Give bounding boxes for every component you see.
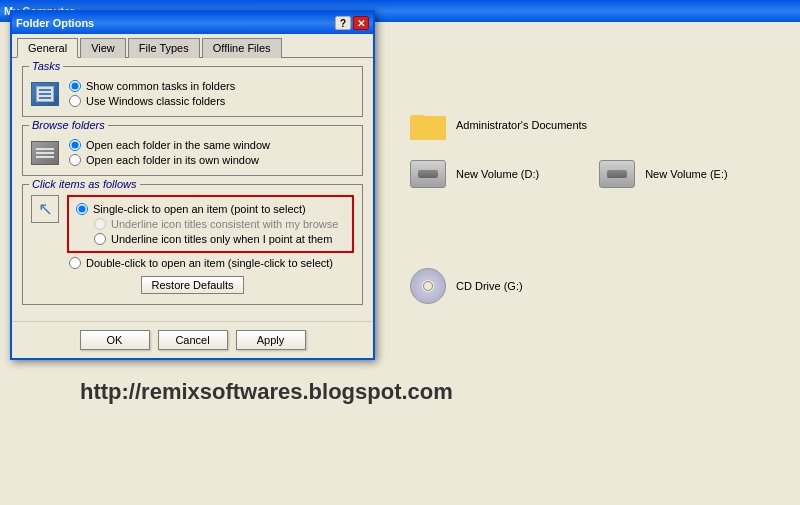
hdd-icon [599,160,635,188]
drive-label: New Volume (D:) [456,168,539,180]
tasks-label: Tasks [29,60,63,72]
close-button[interactable]: ✕ [353,16,369,30]
tab-offline-files[interactable]: Offline Files [202,38,282,58]
folder-icon [410,110,446,140]
tab-general[interactable]: General [17,38,78,58]
hdd-icon [410,160,446,188]
single-click-radio[interactable] [76,203,88,215]
browse-icon-lines [36,148,54,158]
watermark-text: http://remixsoftwares.blogspot.com [80,379,800,405]
radio-row: Use Windows classic folders [67,95,235,107]
click-icon: ↖ [31,195,59,223]
list-item[interactable]: New Volume (E:) [599,160,728,188]
dialog-titlebar: Folder Options ? ✕ [12,12,373,34]
icon-line [36,156,54,158]
radio-row: Open each folder in its own window [67,154,270,166]
use-classic-label: Use Windows classic folders [86,95,225,107]
underline-consistent-label: Underline icon titles consistent with my… [111,218,338,230]
browse-folders-label: Browse folders [29,119,108,131]
list-item[interactable]: Administrator's Documents [410,110,770,140]
folder-options-dialog: Folder Options ? ✕ General View File Typ… [10,10,375,360]
own-window-label: Open each folder in its own window [86,154,259,166]
single-click-label: Single-click to open an item (point to s… [93,203,306,215]
radio-row: Show common tasks in folders [67,80,235,92]
browse-options: Open each folder in the same window Open… [67,136,270,169]
tasks-content: Show common tasks in folders Use Windows… [31,77,354,110]
list-item[interactable]: New Volume (D:) [410,160,539,188]
tab-file-types[interactable]: File Types [128,38,200,58]
icon-line [36,148,54,150]
drives-area: Administrator's Documents New Volume (D:… [380,80,800,505]
browse-content: Open each folder in the same window Open… [31,136,354,169]
double-click-radio[interactable] [69,257,81,269]
show-common-label: Show common tasks in folders [86,80,235,92]
cancel-button[interactable]: Cancel [158,330,228,350]
click-items-label: Click items as follows [29,178,140,190]
double-click-label: Double-click to open an item (single-cli… [86,257,333,269]
tasks-section: Tasks Show common tasks in folders [22,66,363,117]
radio-row: Double-click to open an item (single-cli… [67,257,354,269]
single-click-box: Single-click to open an item (point to s… [67,195,354,253]
apply-button[interactable]: Apply [236,330,306,350]
cd-icon [410,268,446,304]
browse-folders-section: Browse folders Open each folder in the [22,125,363,176]
tasks-icon [31,82,59,106]
tasks-options: Show common tasks in folders Use Windows… [67,77,235,110]
dialog-title: Folder Options [16,17,94,29]
radio-row: Underline icon titles consistent with my… [74,218,347,230]
own-window-radio[interactable] [69,154,81,166]
tab-view[interactable]: View [80,38,126,58]
list-item[interactable]: CD Drive (G:) [410,268,770,304]
underline-point-label: Underline icon titles only when I point … [111,233,332,245]
click-options: Single-click to open an item (point to s… [67,195,354,272]
radio-row: Open each folder in the same window [67,139,270,151]
dialog-footer: OK Cancel Apply [12,321,373,358]
hdd-row: New Volume (D:) New Volume (E:) [410,160,770,188]
drive-label: Administrator's Documents [456,119,587,131]
use-classic-radio[interactable] [69,95,81,107]
underline-consistent-radio [94,218,106,230]
restore-defaults-button[interactable]: Restore Defaults [141,276,245,294]
same-window-radio[interactable] [69,139,81,151]
drive-label: New Volume (E:) [645,168,728,180]
tab-bar: General View File Types Offline Files [12,34,373,58]
ok-button[interactable]: OK [80,330,150,350]
dialog-content: Tasks Show common tasks in folders [12,58,373,321]
radio-row: Single-click to open an item (point to s… [74,203,347,215]
icon-line [36,152,54,154]
underline-point-radio[interactable] [94,233,106,245]
help-button[interactable]: ? [335,16,351,30]
titlebar-buttons: ? ✕ [335,16,369,30]
radio-row: Underline icon titles only when I point … [74,233,347,245]
same-window-label: Open each folder in the same window [86,139,270,151]
show-common-radio[interactable] [69,80,81,92]
drive-label: CD Drive (G:) [456,280,523,292]
browse-icon [31,141,59,165]
click-content: ↖ Single-click to open an item (point to… [31,195,354,294]
click-items-section: Click items as follows ↖ Single-click to… [22,184,363,305]
